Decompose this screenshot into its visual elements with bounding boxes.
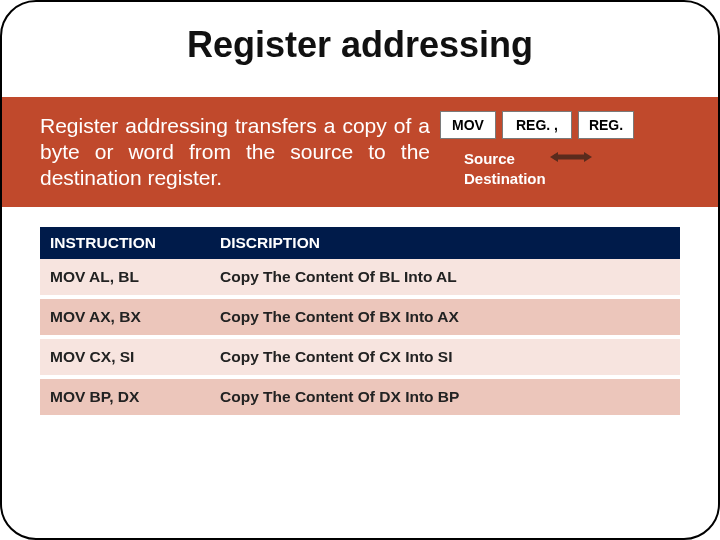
table-row: MOV AL, BL Copy The Content Of BL Into A… xyxy=(40,259,680,297)
table-row: MOV AX, BX Copy The Content Of BX Into A… xyxy=(40,297,680,337)
cell-description: Copy The Content Of CX Into SI xyxy=(210,337,680,377)
syntax-cell-mov: MOV xyxy=(440,111,496,139)
cell-instruction: MOV AL, BL xyxy=(40,259,210,297)
arrow-icon xyxy=(550,151,592,161)
slide-title: Register addressing xyxy=(2,24,718,66)
table-row: MOV BP, DX Copy The Content Of DX Into B… xyxy=(40,377,680,417)
cell-description: Copy The Content Of BL Into AL xyxy=(210,259,680,297)
label-source: Source xyxy=(464,149,546,169)
syntax-row: MOV REG. , REG. xyxy=(440,111,634,139)
col-header-description: DISCRIPTION xyxy=(210,227,680,259)
slide-frame: Register addressing Register addressing … xyxy=(0,0,720,540)
syntax-cell-reg-src: REG. xyxy=(578,111,634,139)
examples-table: INSTRUCTION DISCRIPTION MOV AL, BL Copy … xyxy=(40,227,680,419)
table-header-row: INSTRUCTION DISCRIPTION xyxy=(40,227,680,259)
svg-marker-2 xyxy=(550,152,558,162)
cell-instruction: MOV BP, DX xyxy=(40,377,210,417)
syntax-diagram: MOV REG. , REG. Source Destination xyxy=(440,107,700,197)
label-destination: Destination xyxy=(464,169,546,189)
cell-instruction: MOV AX, BX xyxy=(40,297,210,337)
cell-description: Copy The Content Of DX Into BP xyxy=(210,377,680,417)
cell-description: Copy The Content Of BX Into AX xyxy=(210,297,680,337)
svg-marker-1 xyxy=(584,152,592,162)
intro-paragraph: Register addressing transfers a copy of … xyxy=(40,113,430,192)
table-row: MOV CX, SI Copy The Content Of CX Into S… xyxy=(40,337,680,377)
syntax-cell-reg-dest: REG. , xyxy=(502,111,572,139)
examples-table-wrap: INSTRUCTION DISCRIPTION MOV AL, BL Copy … xyxy=(40,227,680,419)
syntax-labels: Source Destination xyxy=(464,149,546,190)
intro-band: Register addressing transfers a copy of … xyxy=(2,97,718,207)
cell-instruction: MOV CX, SI xyxy=(40,337,210,377)
col-header-instruction: INSTRUCTION xyxy=(40,227,210,259)
